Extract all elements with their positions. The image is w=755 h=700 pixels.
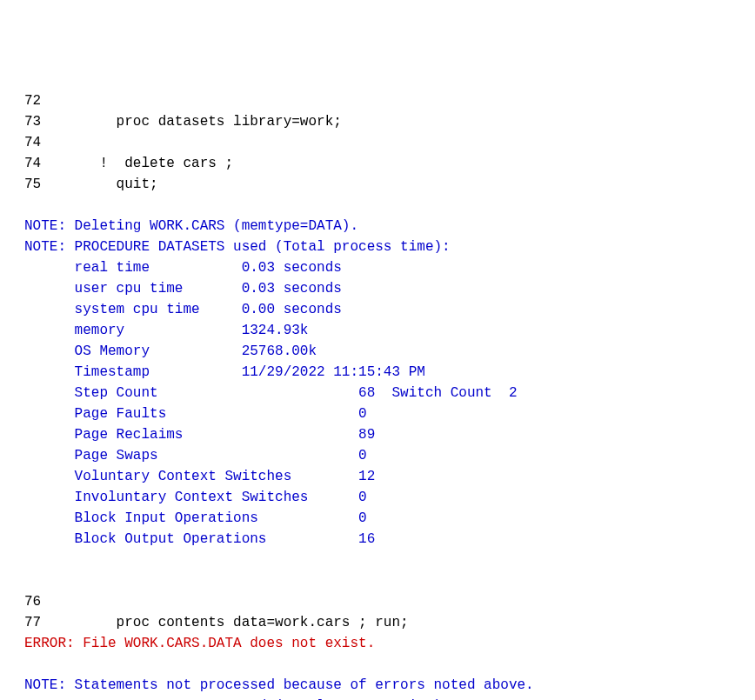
log-line: Page Faults 0 — [24, 403, 755, 424]
log-line: system cpu time 0.00 seconds — [24, 299, 755, 320]
log-line: 77 proc contents data=work.cars ; run; — [24, 612, 755, 633]
log-line: NOTE: PROCEDURE CONTENTS used (Total pro… — [24, 696, 755, 700]
log-line: Voluntary Context Switches 12 — [24, 466, 755, 487]
log-line — [24, 550, 755, 570]
log-line: Involuntary Context Switches 0 — [24, 487, 755, 508]
log-line: NOTE: PROCEDURE DATASETS used (Total pro… — [24, 237, 755, 257]
log-line: 75 quit; — [24, 174, 755, 195]
log-line — [24, 195, 755, 216]
log-line: 74 — [24, 132, 755, 153]
log-line: Page Reclaims 89 — [24, 424, 755, 445]
log-line: Page Swaps 0 — [24, 445, 755, 466]
log-line: Block Output Operations 16 — [24, 529, 755, 550]
log-line: user cpu time 0.03 seconds — [24, 278, 755, 299]
log-line — [24, 570, 755, 591]
log-line: NOTE: Statements not processed because o… — [24, 675, 755, 696]
log-line: Block Input Operations 0 — [24, 508, 755, 529]
sas-log-output: 7273 proc datasets library=work;7474 ! d… — [24, 90, 755, 700]
log-line: 76 — [24, 591, 755, 612]
log-line: Timestamp 11/29/2022 11:15:43 PM — [24, 362, 755, 383]
log-line: NOTE: Deleting WORK.CARS (memtype=DATA). — [24, 216, 755, 237]
log-line: real time 0.03 seconds — [24, 257, 755, 278]
log-line: 74 ! delete cars ; — [24, 153, 755, 174]
log-line — [24, 654, 755, 675]
log-line: ERROR: File WORK.CARS.DATA does not exis… — [24, 633, 755, 654]
log-line: 72 — [24, 90, 755, 111]
log-line: memory 1324.93k — [24, 320, 755, 341]
log-line: OS Memory 25768.00k — [24, 341, 755, 362]
log-line: Step Count 68 Switch Count 2 — [24, 383, 755, 403]
log-line: 73 proc datasets library=work; — [24, 111, 755, 132]
